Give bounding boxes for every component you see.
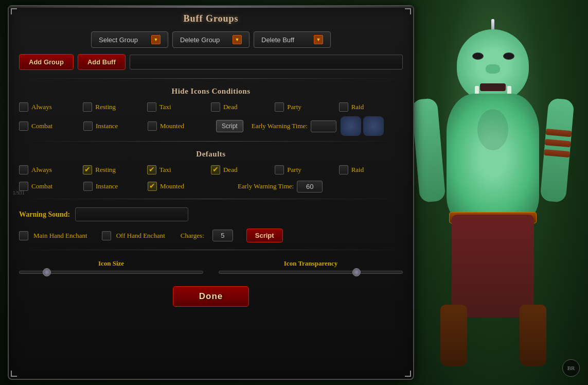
- orc-right-eye: [503, 52, 514, 60]
- def-mounted-checkbox[interactable]: ✔: [148, 182, 157, 191]
- action-row: Add Group Add Buff: [9, 50, 413, 74]
- icon-size-track[interactable]: [19, 271, 203, 274]
- icon-transparency-track[interactable]: [219, 271, 403, 274]
- def-dead-label: Dead: [223, 166, 237, 174]
- def-combat-label: Combat: [31, 182, 52, 190]
- def-party-checkbox[interactable]: [275, 165, 284, 174]
- select-group-arrow-icon: [151, 35, 161, 44]
- hide-dead-checkbox[interactable]: [211, 102, 220, 112]
- hide-raid-checkbox[interactable]: [339, 102, 348, 112]
- def-taxi-checkbox[interactable]: ✔: [147, 165, 156, 174]
- charges-label: Charges:: [181, 232, 204, 240]
- icon-transparency-thumb[interactable]: [352, 268, 361, 276]
- corner-decoration-bl: [11, 371, 17, 377]
- def-resting-checkbox[interactable]: ✔: [83, 165, 92, 174]
- def-raid-label: Raid: [351, 166, 364, 174]
- hide-dead-item: Dead: [211, 100, 275, 114]
- orc-left-eye: [472, 52, 484, 60]
- hide-combat-item: Combat: [19, 119, 83, 133]
- done-button[interactable]: Done: [173, 286, 250, 307]
- delete-buff-arrow-icon: [314, 35, 323, 44]
- divider-2: [19, 141, 403, 142]
- page-number: 1/931: [13, 190, 25, 196]
- icon-size-group: Icon Size: [19, 259, 203, 274]
- icon-size-thumb[interactable]: [43, 268, 51, 276]
- slider-section: Icon Size Icon Transparency: [9, 254, 413, 279]
- charges-input[interactable]: [212, 230, 233, 241]
- hide-mounted-checkbox[interactable]: [148, 121, 157, 131]
- slider-row: Icon Size Icon Transparency: [19, 259, 403, 274]
- hide-raid-item: Raid: [339, 100, 403, 114]
- hide-party-checkbox[interactable]: [275, 102, 284, 112]
- def-resting-check-icon: ✔: [84, 166, 91, 173]
- defaults-title: Defaults: [9, 146, 413, 162]
- hide-resting-label: Resting: [95, 103, 116, 111]
- defaults-row1: Always ✔ Resting ✔ Taxi ✔ Dead Party Rai: [9, 162, 413, 178]
- main-hand-checkbox[interactable]: [19, 231, 28, 240]
- delete-group-arrow-icon: [233, 35, 242, 44]
- add-text-input[interactable]: [130, 55, 403, 69]
- def-instance-label: Instance: [96, 182, 118, 190]
- done-row: Done: [9, 279, 413, 314]
- warning-sound-row: Warning Sound:: [9, 203, 413, 225]
- def-mounted-item: ✔ Mounted: [148, 179, 212, 194]
- off-hand-checkbox[interactable]: [102, 231, 111, 240]
- delete-buff-button[interactable]: Delete Buff: [254, 31, 331, 48]
- arm-bandage3: [544, 149, 570, 157]
- icon-size-label: Icon Size: [98, 259, 124, 268]
- delete-group-label: Delete Group: [180, 36, 220, 44]
- hide-always-label: Always: [31, 103, 52, 111]
- dropdown-row: Select Group Delete Group Delete Buff: [9, 29, 413, 50]
- def-instance-checkbox[interactable]: [83, 182, 93, 191]
- arm-bandage2: [545, 139, 571, 147]
- orc-head: [457, 29, 529, 101]
- defaults-row2: Combat Instance ✔ Mounted Early Warning …: [9, 178, 413, 195]
- def-taxi-check-icon: ✔: [149, 166, 155, 173]
- enchant-row: Main Hand Enchant Off Hand Enchant Charg…: [9, 225, 413, 246]
- orc-mouth: [480, 83, 506, 91]
- hide-early-warning-input[interactable]: [311, 120, 336, 132]
- orc-character-area: BR: [398, 0, 588, 385]
- orc-right-leg: [520, 305, 546, 366]
- arm-bandage1: [546, 129, 572, 137]
- hide-always-checkbox[interactable]: [19, 102, 28, 112]
- enchant-script-button[interactable]: Script: [246, 229, 283, 242]
- def-always-item: Always: [19, 163, 83, 177]
- hide-icons-row2: Combat Instance Mounted Script Early War…: [9, 115, 413, 137]
- hide-resting-item: Resting: [83, 100, 147, 114]
- def-early-warning-label: Early Warning Time:: [238, 182, 294, 190]
- def-raid-item: Raid: [339, 163, 403, 177]
- hide-taxi-checkbox[interactable]: [147, 102, 156, 112]
- def-always-checkbox[interactable]: [19, 165, 28, 174]
- hide-party-item: Party: [275, 100, 338, 114]
- watermark: BR: [562, 359, 580, 377]
- hide-raid-label: Raid: [351, 103, 364, 111]
- hide-instance-checkbox[interactable]: [83, 121, 93, 131]
- hide-instance-label: Instance: [96, 122, 118, 130]
- def-mounted-check-icon: ✔: [149, 183, 155, 190]
- corner-decoration-tl: [11, 8, 17, 14]
- select-group-button[interactable]: Select Group: [91, 31, 168, 48]
- def-dead-check-icon: ✔: [212, 166, 219, 173]
- def-raid-checkbox[interactable]: [339, 165, 348, 174]
- def-dead-checkbox[interactable]: ✔: [211, 165, 220, 174]
- hide-taxi-label: Taxi: [159, 103, 171, 111]
- add-group-button[interactable]: Add Group: [19, 54, 74, 70]
- hide-script-button[interactable]: Script: [216, 120, 243, 132]
- warning-sound-input[interactable]: [75, 207, 188, 221]
- divider-1: [19, 78, 403, 79]
- add-buff-button[interactable]: Add Buff: [78, 54, 126, 70]
- hide-combat-label: Combat: [31, 122, 52, 130]
- hide-combat-checkbox[interactable]: [19, 121, 28, 131]
- delete-buff-label: Delete Buff: [261, 36, 294, 44]
- hide-resting-checkbox[interactable]: [83, 102, 92, 112]
- orc-torso: [447, 94, 539, 222]
- corner-decoration-br: [405, 371, 411, 377]
- def-party-label: Party: [287, 166, 301, 174]
- blue-icon-1: [341, 116, 361, 136]
- delete-group-button[interactable]: Delete Group: [172, 31, 250, 48]
- main-hand-label: Main Hand Enchant: [33, 232, 87, 240]
- def-early-warning-input[interactable]: [297, 181, 323, 192]
- warning-sound-label: Warning Sound:: [19, 211, 70, 219]
- def-combat-item: Combat: [19, 179, 83, 194]
